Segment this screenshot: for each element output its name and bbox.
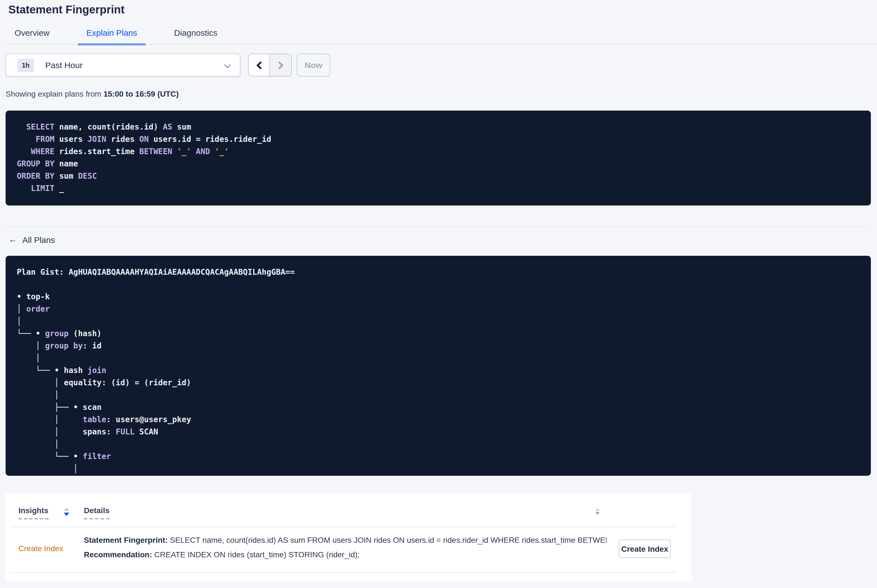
sort-ascending-icon [64,508,69,511]
statement-fingerprint-page: Statement Fingerprint Overview Explain P… [0,0,877,588]
statement-fingerprint-detail: Statement Fingerprint: SELECT name, coun… [84,536,606,544]
table-header-divider [10,526,676,527]
time-nav-group [248,54,292,76]
time-range-dropdown[interactable]: 1h Past Hour [6,54,240,76]
all-plans-label: All Plans [23,235,55,244]
tab-bar: Overview Explain Plans Diagnostics [6,24,245,45]
statement-fingerprint-label: Statement Fingerprint: [84,536,168,544]
chevron-left-icon [256,61,264,69]
tab-explain-plans-label: Explain Plans [86,28,137,38]
sort-insights-control[interactable] [64,508,69,516]
tab-explain-plans[interactable]: Explain Plans [77,24,146,45]
tab-diagnostics-label: Diagnostics [174,28,217,38]
time-interval-badge: 1h [17,58,34,72]
showing-range-prefix: Showing explain plans from [6,89,104,98]
chevron-right-icon [275,61,283,69]
now-button[interactable]: Now [297,54,330,76]
column-header-insights[interactable]: Insights [18,506,48,519]
all-plans-back-link[interactable]: ← All Plans [8,234,55,244]
arrow-left-icon: ← [8,234,17,244]
sql-statement-box: SELECT name, count(rides.id) AS sum FROM… [6,111,871,206]
insights-table-card: Insights Details Create Index Statement … [6,494,691,582]
section-divider [6,226,871,227]
next-time-button[interactable] [270,54,291,76]
plan-gist-box: Plan Gist: AgHUAQIABQAAAAHYAQIAiAEAAAADC… [6,256,871,476]
tab-diagnostics[interactable]: Diagnostics [165,24,226,45]
showing-range-value: 15:00 to 16:59 (UTC) [104,89,179,98]
recommendation-detail: Recommendation: CREATE INDEX ON rides (s… [84,550,360,559]
sort-descending-icon [64,513,69,516]
page-title: Statement Fingerprint [8,3,125,16]
tab-bar-divider [6,44,877,45]
chevron-down-icon [224,62,231,68]
tab-overview[interactable]: Overview [6,24,59,45]
showing-range-text: Showing explain plans from 15:00 to 16:5… [6,89,179,98]
sort-details-control[interactable] [595,508,600,515]
recommendation-label: Recommendation: [84,550,152,559]
time-picker-row: 1h Past Hour Now [6,54,871,76]
time-range-label: Past Hour [45,60,83,70]
tab-overview-label: Overview [15,28,50,38]
sort-descending-icon [595,512,600,515]
table-row-divider [10,572,676,573]
insight-type-link[interactable]: Create Index [18,544,63,553]
sort-ascending-icon [595,508,600,511]
column-header-details[interactable]: Details [84,506,110,519]
previous-time-button[interactable] [249,54,270,76]
create-index-button[interactable]: Create Index [619,539,671,558]
